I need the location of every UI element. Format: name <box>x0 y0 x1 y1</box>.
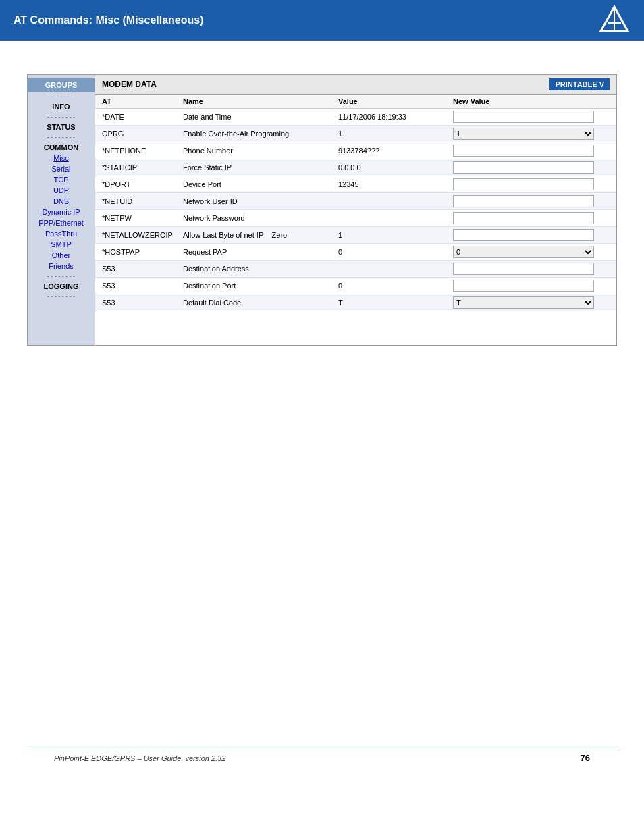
sidebar-item-other[interactable]: Other <box>28 250 95 261</box>
cell-value: 0.0.0.0 <box>338 163 453 172</box>
cell-name: Destination Port <box>183 282 338 290</box>
cell-at: S53 <box>102 298 183 307</box>
groups-label: GROUPS <box>28 78 95 92</box>
table-row: *STATICIPForce Static IP0.0.0.0 <box>95 159 616 176</box>
sidebar-item-logging[interactable]: LOGGING <box>28 281 95 292</box>
cell-value: 0 <box>338 248 453 256</box>
cell-name: Date and Time <box>183 113 338 121</box>
new-value-container <box>453 280 610 292</box>
cell-at: S53 <box>102 265 183 273</box>
modem-data-title: MODEM DATA <box>102 80 157 89</box>
table-row: *HOSTPAPRequest PAP00 <box>95 244 616 261</box>
sidebar-divider-4: - - - - - - - - <box>28 271 95 281</box>
footer-text: PinPoint-E EDGE/GPRS – User Guide, versi… <box>54 754 225 762</box>
sidebar-item-udp[interactable]: UDP <box>28 185 95 196</box>
page-header: AT Commands: Misc (Miscellaneous) <box>0 0 644 41</box>
sidebar-item-serial[interactable]: Serial <box>28 163 95 174</box>
cell-name: Force Static IP <box>183 163 338 172</box>
cell-at: *NETUID <box>102 197 183 205</box>
footer-page: 76 <box>581 753 590 763</box>
new-value-container: 1 <box>453 128 610 140</box>
new-value-container: 0 <box>453 246 610 258</box>
cell-at: *DPORT <box>102 180 183 188</box>
table-row: *NETUIDNetwork User ID <box>95 193 616 210</box>
cell-name: Phone Number <box>183 147 338 155</box>
sidebar-item-dns[interactable]: DNS <box>28 196 95 207</box>
table-row: S53Default Dial CodeTT <box>95 294 616 311</box>
new-value-input[interactable] <box>453 229 594 241</box>
modem-data-header: MODEM DATA PRINTABLE V <box>95 75 616 95</box>
new-value-container <box>453 212 610 224</box>
col-new-value: New Value <box>453 97 610 105</box>
cell-name: Request PAP <box>183 248 338 256</box>
cell-name: Default Dial Code <box>183 298 338 307</box>
sidebar-item-misc[interactable]: Misc <box>28 153 95 163</box>
new-value-container <box>453 178 610 190</box>
printable-button[interactable]: PRINTABLE V <box>549 78 610 90</box>
col-name: Name <box>183 97 338 105</box>
cell-at: S53 <box>102 282 183 290</box>
new-value-select[interactable]: 0 <box>453 246 594 258</box>
right-content: MODEM DATA PRINTABLE V AT Name Value New… <box>95 75 616 345</box>
cell-at: *NETPW <box>102 214 183 222</box>
cell-value: 1 <box>338 231 453 239</box>
col-at: AT <box>102 97 183 105</box>
sidebar-item-tcp[interactable]: TCP <box>28 174 95 185</box>
table-row: OPRGEnable Over-the-Air Programing11 <box>95 126 616 142</box>
new-value-container <box>453 195 610 207</box>
main-area: GROUPS - - - - - - - - INFO - - - - - - … <box>27 74 617 346</box>
table-row: *DATEDate and Time11/17/2006 18:19:33 <box>95 109 616 126</box>
new-value-container <box>453 161 610 174</box>
cell-at: *STATICIP <box>102 163 183 172</box>
cell-at: *DATE <box>102 113 183 121</box>
new-value-container: T <box>453 296 610 309</box>
cell-value: 9133784??? <box>338 147 453 155</box>
cell-name: Enable Over-the-Air Programing <box>183 130 338 138</box>
airlink-logo-icon <box>598 4 630 36</box>
cell-at: *NETPHONE <box>102 147 183 155</box>
sidebar-item-status[interactable]: STATUS <box>28 122 95 132</box>
header-title: AT Commands: Misc (Miscellaneous) <box>14 14 204 26</box>
sidebar-item-info[interactable]: INFO <box>28 101 95 112</box>
cell-value: 1 <box>338 130 453 138</box>
sidebar-item-friends[interactable]: Friends <box>28 261 95 271</box>
new-value-container <box>453 263 610 275</box>
new-value-input[interactable] <box>453 161 594 174</box>
sidebar-item-pppethernet[interactable]: PPP/Ethernet <box>28 217 95 228</box>
new-value-container <box>453 145 610 157</box>
column-headers: AT Name Value New Value <box>95 95 616 109</box>
cell-name: Network User ID <box>183 197 338 205</box>
sidebar-item-common[interactable]: COMMON <box>28 142 95 153</box>
new-value-input[interactable] <box>453 195 594 207</box>
table-row: *DPORTDevice Port12345 <box>95 176 616 193</box>
page-content: GROUPS - - - - - - - - INFO - - - - - - … <box>0 41 644 783</box>
cell-value: 0 <box>338 282 453 290</box>
new-value-input[interactable] <box>453 145 594 157</box>
cell-name: Device Port <box>183 180 338 188</box>
col-value: Value <box>338 97 453 105</box>
cell-at: *HOSTPAP <box>102 248 183 256</box>
data-rows-container: *DATEDate and Time11/17/2006 18:19:33OPR… <box>95 109 616 311</box>
cell-name: Destination Address <box>183 265 338 273</box>
new-value-input[interactable] <box>453 263 594 275</box>
sidebar-item-smtp[interactable]: SMTP <box>28 239 95 250</box>
table-row: S53Destination Port0 <box>95 278 616 294</box>
sidebar-item-dynamicip[interactable]: Dynamic IP <box>28 207 95 217</box>
cell-at: OPRG <box>102 130 183 138</box>
sidebar-divider-3: - - - - - - - - <box>28 132 95 142</box>
table-row: *NETPWNetwork Password <box>95 210 616 227</box>
cell-value: 11/17/2006 18:19:33 <box>338 113 453 121</box>
new-value-input[interactable] <box>453 111 594 123</box>
new-value-input[interactable] <box>453 178 594 190</box>
new-value-input[interactable] <box>453 280 594 292</box>
cell-at: *NETALLOWZEROIP <box>102 231 183 239</box>
table-row: *NETALLOWZEROIPAllow Last Byte of net IP… <box>95 227 616 244</box>
sidebar-divider-2: - - - - - - - - <box>28 112 95 122</box>
sidebar: GROUPS - - - - - - - - INFO - - - - - - … <box>28 75 95 345</box>
new-value-select[interactable]: 1 <box>453 128 594 140</box>
new-value-select[interactable]: T <box>453 296 594 309</box>
new-value-container <box>453 229 610 241</box>
new-value-input[interactable] <box>453 212 594 224</box>
sidebar-item-passthru[interactable]: PassThru <box>28 228 95 239</box>
new-value-container <box>453 111 610 123</box>
